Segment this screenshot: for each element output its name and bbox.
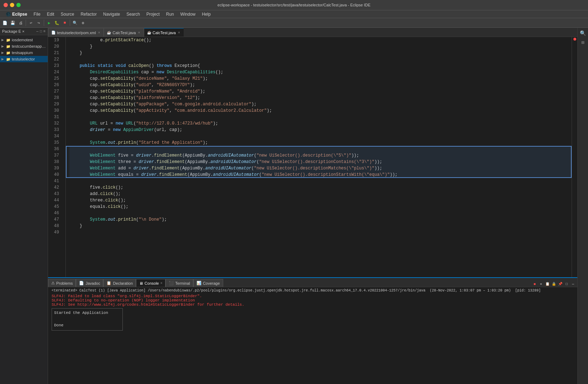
tab-calctest-2[interactable]: ☕ CalcTest.java × xyxy=(144,28,184,37)
code-line-45[interactable]: equals.click(); xyxy=(69,204,572,210)
bottom-panel: ⚠ Problems 📄 Javadoc 📋 Declaration 🖥 Con… xyxy=(48,277,577,384)
toolbar-undo[interactable]: ↩ xyxy=(27,19,35,26)
right-sidebar: 🔍 ⊞ xyxy=(577,28,588,384)
panel-tab-javadoc[interactable]: 📄 Javadoc xyxy=(76,279,103,287)
code-line-36[interactable] xyxy=(69,146,572,152)
tree-item-testcucumber[interactable]: ▶ 📁 testcucumberappium xyxy=(0,43,48,49)
code-line-41[interactable] xyxy=(69,178,572,184)
line-number-49: 49 xyxy=(48,229,62,236)
line-number-29: 29 xyxy=(48,101,62,107)
code-line-21[interactable]: } xyxy=(69,50,572,56)
code-line-25[interactable]: cap.setCapability("deviceName", "Galaxy … xyxy=(69,75,572,82)
menu-eclipse[interactable]: 🌑 Eclipse xyxy=(3,11,30,17)
close-button[interactable] xyxy=(4,3,8,7)
right-search-icon[interactable]: 🔍 xyxy=(579,29,587,37)
toolbar-run[interactable]: ▶ xyxy=(46,19,53,26)
sidebar-menu-icon[interactable]: ≡ xyxy=(43,30,46,33)
code-line-28[interactable]: cap.setCapability("platformVersion", "12… xyxy=(69,95,572,101)
tab-pom-close[interactable]: × xyxy=(97,30,101,35)
panel-tab-terminal[interactable]: ⬛ Terminal xyxy=(166,279,193,287)
toolbar-print[interactable]: 🖨 xyxy=(17,19,24,26)
code-line-43[interactable]: add.click(); xyxy=(69,191,572,197)
menu-window[interactable]: Window xyxy=(178,11,199,17)
code-line-38[interactable]: WebElement three = driver.findElement(Ap… xyxy=(69,159,572,165)
menu-run[interactable]: Run xyxy=(163,11,177,17)
code-line-48[interactable]: } xyxy=(69,223,572,229)
code-line-22[interactable] xyxy=(69,56,572,63)
tab-calctest1-close[interactable]: × xyxy=(137,30,141,35)
code-line-23[interactable]: public static void calcOpen() throws Exc… xyxy=(69,63,572,69)
code-line-46[interactable] xyxy=(69,210,572,216)
tab-calctest-1[interactable]: ☕ CalcTest.java × xyxy=(104,28,143,37)
panel-pin-btn[interactable]: 📌 xyxy=(557,281,563,287)
code-line-19[interactable]: e.printStackTrace(); xyxy=(69,37,572,43)
panel-tab-console[interactable]: 🖥 Console × xyxy=(136,279,166,287)
sidebar-minimize-icon[interactable]: — xyxy=(36,30,38,33)
panel-tab-coverage[interactable]: 📊 Coverage xyxy=(193,279,223,287)
code-line-26[interactable]: cap.setCapability("udid", "RZ8N60SY7DY")… xyxy=(69,82,572,88)
tree-item-testuiselector[interactable]: ▶ 📁 testuiselector xyxy=(0,56,48,62)
panel-tab-problems[interactable]: ⚠ Problems xyxy=(48,279,76,287)
toolbar-stop[interactable]: ■ xyxy=(61,19,68,26)
menu-navigate[interactable]: Navigate xyxy=(100,11,123,17)
console-tab-close[interactable]: × xyxy=(160,281,162,285)
code-line-34[interactable] xyxy=(69,133,572,140)
java-icon-2: ☕ xyxy=(147,31,151,35)
menu-search[interactable]: Search xyxy=(124,11,143,17)
code-line-29[interactable]: cap.setCapability("appPackage", "com.goo… xyxy=(69,101,572,107)
toolbar-debug[interactable]: 🐛 xyxy=(53,19,61,26)
maximize-button[interactable] xyxy=(16,3,21,7)
panel-maximize[interactable]: □ xyxy=(564,281,569,287)
code-line-47[interactable]: System.out.println("\n Done"); xyxy=(69,216,572,223)
menu-edit[interactable]: Edit xyxy=(44,11,57,17)
panel-tab-declaration[interactable]: 📋 Declaration xyxy=(103,279,136,287)
panel-copy-btn[interactable]: 📋 xyxy=(545,281,550,287)
code-content[interactable]: e.printStackTrace(); } } public static v… xyxy=(66,37,572,277)
code-line-31[interactable] xyxy=(69,114,572,120)
line-number-37: 37 xyxy=(48,152,62,159)
menu-source[interactable]: Source xyxy=(58,11,77,17)
menu-help[interactable]: Help xyxy=(199,11,214,17)
toolbar-sep3 xyxy=(70,20,70,26)
toolbar: 📄 💾 🖨 ↩ ↪ ▶ 🐛 ■ 🔍 ⚙ xyxy=(0,18,588,28)
tree-item-iosdemotest[interactable]: ▶ 📁 iosdemotest xyxy=(0,37,48,43)
sidebar-maximize-icon[interactable]: □ xyxy=(40,30,42,33)
panel-scroll-lock[interactable]: 🔒 xyxy=(551,281,557,287)
code-line-39[interactable]: WebElement add = driver.findElement(Appi… xyxy=(69,165,572,172)
code-line-42[interactable]: five.click(); xyxy=(69,184,572,191)
code-line-27[interactable]: cap.setCapability("platformName", "Andro… xyxy=(69,88,572,95)
right-grid-icon[interactable]: ⊞ xyxy=(579,38,587,46)
code-line-24[interactable]: DesiredCapabilities cap = new DesiredCap… xyxy=(69,69,572,75)
toolbar-new[interactable]: 📄 xyxy=(1,19,9,26)
code-line-49[interactable] xyxy=(69,229,572,236)
code-line-33[interactable]: driver = new AppiumDriver(url, cap); xyxy=(69,127,572,133)
tab-calctest2-close[interactable]: × xyxy=(177,30,181,35)
code-editor[interactable]: 1920212223242526272829303132333435363738… xyxy=(48,37,577,277)
toolbar-search[interactable]: 🔍 xyxy=(72,19,79,26)
code-line-44[interactable]: three.click(); xyxy=(69,197,572,204)
coverage-icon: 📊 xyxy=(196,281,201,285)
code-line-37[interactable]: WebElement five = driver.findElement(App… xyxy=(69,152,572,159)
toolbar-save[interactable]: 💾 xyxy=(9,19,16,26)
code-line-30[interactable]: cap.setCapability("appActivity", "com.an… xyxy=(69,107,572,114)
problems-icon: ⚠ xyxy=(51,281,55,285)
tab-pom-xml[interactable]: 📄 testuiselector/pom.xml × xyxy=(48,28,104,37)
menu-file[interactable]: File xyxy=(31,11,43,17)
panel-minimize[interactable]: — xyxy=(570,281,576,287)
line-number-20: 20 xyxy=(48,43,62,50)
sidebar-header: Package E × — □ ≡ xyxy=(0,28,48,35)
toolbar-redo[interactable]: ↪ xyxy=(35,19,42,26)
code-line-35[interactable]: System.out.println("Started the Applicat… xyxy=(69,140,572,146)
code-line-40[interactable]: WebElement equals = driver.findElement(A… xyxy=(69,172,572,178)
code-line-32[interactable]: URL url = new URL("http://127.0.0.1:4723… xyxy=(69,120,572,127)
minimize-button[interactable] xyxy=(10,3,14,7)
panel-remove-btn[interactable]: ✕ xyxy=(538,281,544,287)
xml-icon: 📄 xyxy=(51,31,56,35)
menu-refactor[interactable]: Refactor xyxy=(78,11,99,17)
menu-project[interactable]: Project xyxy=(143,11,162,17)
tree-item-testsappium[interactable]: ▶ 📁 testsappium xyxy=(0,49,48,56)
console-label: Console xyxy=(145,281,159,285)
toolbar-settings[interactable]: ⚙ xyxy=(79,19,86,26)
code-line-20[interactable]: } xyxy=(69,43,572,50)
panel-stop-btn[interactable]: ■ xyxy=(532,281,537,287)
